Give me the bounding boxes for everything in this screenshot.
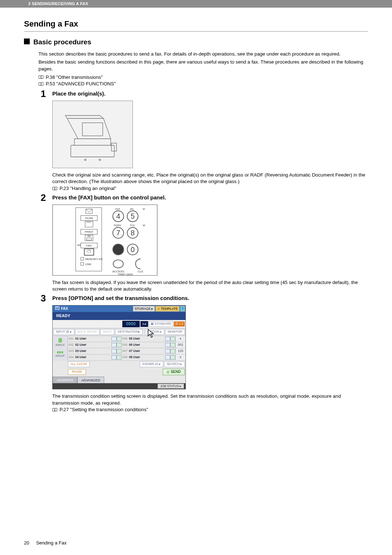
svg-rect-1	[82, 123, 103, 136]
person-icon	[58, 338, 62, 343]
svg-text:PQRS: PQRS	[114, 224, 121, 227]
chapter-header-bar: 2 SENDING/RECEIVING A FAX	[0, 0, 392, 8]
page-title: Sending a Fax	[24, 19, 368, 30]
fax-type-icon[interactable]	[111, 355, 117, 360]
svg-rect-5	[53, 204, 157, 275]
mail-type-icon[interactable]	[117, 343, 122, 347]
multi-button[interactable]: MULTI	[100, 329, 114, 335]
step3-body: The transmission condition setting scree…	[52, 393, 368, 406]
paper-size-display: A4	[140, 321, 148, 327]
known-id-button[interactable]: KNOWN ID ▸	[140, 361, 163, 367]
page-number: 20	[24, 540, 35, 546]
title-rule	[24, 31, 368, 32]
illustration-scanner	[52, 101, 133, 168]
mail-type-icon[interactable]	[170, 343, 175, 347]
step2-body: The fax screen is displayed. If you leav…	[52, 279, 368, 293]
svg-text:0: 0	[131, 245, 135, 253]
book-icon	[38, 82, 44, 86]
help-button %icon[interactable]: ?	[180, 306, 185, 312]
input-button[interactable]: INPUT @ ▸	[53, 329, 74, 335]
mail-type-icon[interactable]	[170, 337, 175, 341]
page-footer: 20 Sending a Fax	[24, 540, 66, 546]
footer-title: Sending a Fax	[36, 540, 67, 546]
group-icon	[56, 351, 65, 353]
svg-text:LINE: LINE	[85, 262, 91, 266]
svg-text:4: 4	[116, 212, 120, 220]
all-clear-button[interactable]: ALL CLEAR	[68, 361, 90, 367]
intro-paragraph-1: This section describes the basic procedu…	[38, 51, 368, 58]
mail-type-icon[interactable]	[170, 349, 175, 353]
xref-link-step3[interactable]: P.27 "Setting the transmission condition…	[60, 406, 148, 413]
diamond-icon: ◇	[167, 369, 170, 374]
step-number-2: 2	[41, 193, 52, 202]
chevron-down-icon: ∨	[179, 355, 182, 360]
xref-link-step1[interactable]: P.23 "Handling an original"	[60, 185, 116, 192]
standard-mode-button[interactable]: ▦ STANDARD	[149, 321, 173, 327]
scroll-up-button[interactable]: ∧	[176, 336, 185, 342]
option-button[interactable]: OPTION ▸	[145, 329, 164, 335]
tab-address[interactable]: ADDRESS	[53, 377, 77, 383]
step-number-3: 3	[41, 293, 52, 303]
status-ready: READY	[53, 312, 185, 320]
monitor-button[interactable]: MONITOR	[165, 329, 185, 335]
step-number-1: 1	[41, 89, 52, 98]
single-mode-button[interactable]: SINGLE	[56, 336, 65, 349]
destination-button[interactable]: DESTINATION▸	[115, 329, 143, 335]
svg-text:JKL: JKL	[130, 207, 134, 210]
line-indicator: ✆ 1 2	[174, 321, 185, 327]
phone-icon: ✆	[175, 322, 178, 326]
scroll-down-button[interactable]: ∨	[176, 355, 185, 361]
svg-text:ACCESS: ACCESS	[112, 270, 124, 273]
xref-link-1[interactable]: P.38 "Other transmissions"	[46, 74, 103, 81]
intro-paragraph-2: Besides the basic sending functions desc…	[38, 59, 368, 72]
svg-text:CLE: CLE	[138, 270, 143, 273]
mail-type-icon[interactable]	[170, 355, 175, 360]
fax-type-icon[interactable]	[165, 343, 170, 347]
table-row[interactable]: 003 03 User 007 07 User	[68, 348, 175, 355]
page-indicator-top: 001	[176, 342, 185, 348]
chevron-up-icon: ∧	[179, 336, 182, 341]
svg-text:✱: ✱	[115, 245, 121, 253]
send-button[interactable]: ◇ SEND	[163, 369, 185, 375]
book-icon	[38, 75, 44, 79]
svg-point-4	[99, 159, 101, 161]
fax-screen-illustration: FAX STORAGE▸ ★TEMPLATE ? READY 00	[52, 305, 186, 389]
fax-type-icon[interactable]	[165, 337, 170, 341]
fax-type-icon[interactable]	[111, 337, 117, 341]
svg-text:SCAN: SCAN	[85, 216, 93, 220]
mail-type-icon[interactable]	[117, 337, 122, 341]
svg-text:M: M	[143, 207, 145, 210]
fax-icon	[55, 306, 60, 312]
step-title-3: Press [OPTION] and set the transmission …	[52, 294, 189, 302]
tab-advanced[interactable]: ADVANCED	[77, 377, 104, 383]
xref-link-2[interactable]: P.53 "ADVANCED FUNCTIONS"	[46, 81, 116, 88]
pause-button[interactable]: PAUSE	[68, 369, 86, 375]
mail-type-icon[interactable]	[117, 355, 122, 360]
job-status-button[interactable]: JOB STATUS ▸	[158, 384, 184, 389]
backspace-button[interactable]: BACK SPACE	[75, 329, 100, 335]
fax-type-icon[interactable]	[165, 355, 170, 360]
mail-type-icon[interactable]	[117, 349, 122, 353]
grid-icon: ▦	[151, 322, 154, 326]
address-list: 001 01 User 005 05 User 002 02 User 006 …	[68, 336, 175, 361]
svg-rect-2	[111, 143, 117, 151]
page-indicator-bottom: 125	[176, 348, 185, 355]
svg-text:TUV: TUV	[130, 224, 135, 227]
fax-type-icon[interactable]	[165, 349, 170, 353]
svg-text:GHI: GHI	[115, 207, 120, 210]
bullet-square-icon	[24, 39, 30, 44]
group-mode-button[interactable]: GROUP	[56, 349, 65, 360]
search-button[interactable]: SEARCH ▸	[164, 361, 185, 367]
svg-text:MEMORY RX: MEMORY RX	[85, 257, 103, 260]
svg-text:PRINT DATA: PRINT DATA	[118, 273, 133, 276]
fax-type-icon[interactable]	[111, 349, 117, 353]
table-row[interactable]: 004 04 User 008 08 User	[68, 355, 175, 361]
fax-type-icon[interactable]	[111, 343, 117, 347]
template-button[interactable]: ★TEMPLATE	[155, 306, 180, 312]
svg-text:7: 7	[116, 229, 120, 237]
table-row[interactable]: 001 01 User 005 05 User	[68, 336, 175, 342]
svg-text:FAX: FAX	[86, 244, 92, 247]
table-row[interactable]: 002 02 User 006 06 User	[68, 342, 175, 348]
storage-button[interactable]: STORAGE▸	[133, 306, 155, 312]
step-title-2: Press the [FAX] button on the control pa…	[52, 194, 166, 201]
